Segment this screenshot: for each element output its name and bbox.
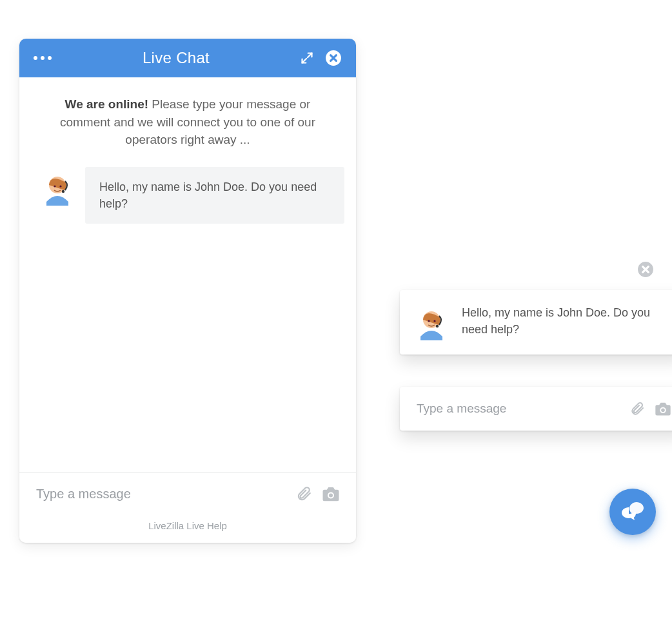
svg-point-11 [428, 320, 430, 322]
welcome-bold: We are online! [65, 97, 149, 111]
mini-operator-avatar [414, 306, 449, 340]
close-icon[interactable] [325, 50, 342, 66]
camera-icon[interactable] [321, 485, 341, 502]
svg-point-15 [661, 409, 665, 413]
svg-point-13 [436, 325, 439, 327]
message-row: Hello, my name is John Doe. Do you need … [40, 167, 344, 224]
message-bubble: Hello, my name is John Doe. Do you need … [85, 167, 344, 224]
menu-dots-icon[interactable] [34, 56, 52, 60]
chat-header: Live Chat [19, 39, 356, 77]
mini-message-card[interactable]: Hello, my name is John Doe. Do you need … [400, 290, 672, 355]
mini-message-input[interactable] [415, 401, 629, 416]
mini-input-card [400, 387, 672, 431]
attach-icon[interactable] [295, 485, 312, 502]
chat-window: Live Chat We are online! Please type you… [19, 39, 356, 543]
chat-body: We are online! Please type your message … [19, 77, 356, 472]
mini-close-icon[interactable] [637, 261, 654, 280]
svg-point-5 [62, 190, 64, 192]
footer-brand: LiveZilla Live Help [35, 520, 341, 538]
svg-point-4 [59, 185, 61, 187]
svg-point-7 [329, 494, 333, 498]
mini-camera-icon[interactable] [654, 401, 672, 416]
operator-avatar [40, 171, 75, 206]
svg-point-3 [54, 185, 55, 187]
chat-launcher-button[interactable] [609, 489, 656, 535]
svg-point-12 [433, 320, 435, 322]
chat-title: Live Chat [143, 49, 210, 67]
chat-input-bar: LiveZilla Live Help [19, 472, 356, 543]
message-input[interactable] [35, 486, 286, 502]
mini-message-text: Hello, my name is John Doe. Do you need … [462, 304, 671, 338]
welcome-text: We are online! Please type your message … [40, 95, 335, 149]
chat-bubbles-icon [621, 501, 644, 523]
mini-attach-icon[interactable] [629, 401, 645, 416]
expand-icon[interactable] [301, 52, 313, 64]
